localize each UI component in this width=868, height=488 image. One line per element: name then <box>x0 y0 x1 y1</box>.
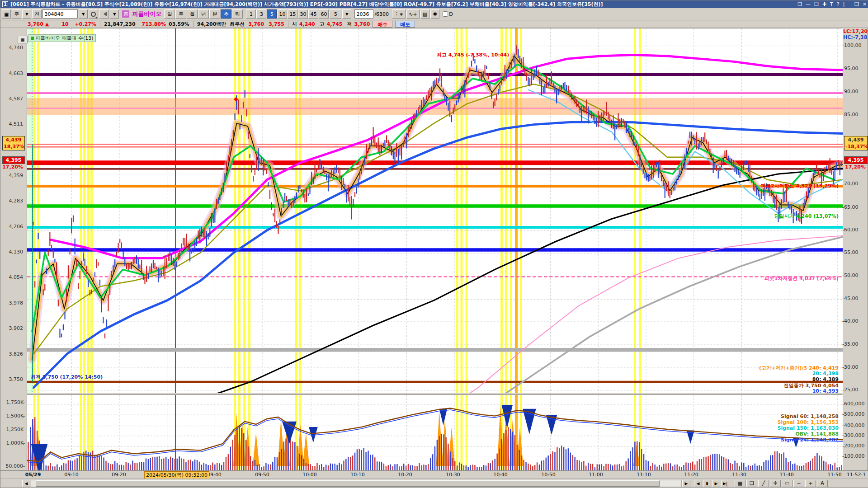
period-button-틱[interactable]: 틱 <box>232 9 243 19</box>
interval-button-30[interactable]: 30 <box>298 9 308 19</box>
d-checkbox-label: D <box>449 11 453 17</box>
duplicate-icon[interactable]: ❒ <box>814 1 819 7</box>
left-axis-label: 3,978 <box>0 300 23 306</box>
step-back-button[interactable]: ◀ <box>694 480 702 487</box>
right-axis-label: -85,00 <box>842 112 858 117</box>
bar-total-label: /6300 <box>374 11 389 17</box>
day-open-annotation: 당일시가 4,240 (13,07%) <box>774 213 839 220</box>
stock-combo-dropdown-icon[interactable]: ▼ <box>22 9 31 19</box>
turnover-pct: 713.80% <box>142 21 166 27</box>
indicator-bullet-icon <box>31 37 34 40</box>
stock-code-input[interactable]: 304840 <box>42 9 78 19</box>
interval-button-60[interactable]: 60 <box>319 9 329 19</box>
period-button-월[interactable]: 월 <box>187 9 198 19</box>
volume-left-axis-label: 1,500K- <box>0 413 25 419</box>
help-icon[interactable]: ? <box>837 1 840 7</box>
time-label: 10:20 <box>398 472 412 478</box>
time-label: 11:00 <box>589 472 603 478</box>
indicator-label[interactable]: 피플바이오 매물대 수(13) <box>28 34 96 42</box>
volume-legend-label: Signal 100: 1,156,353 <box>777 419 839 425</box>
left-axis-label: 3,826 <box>0 351 23 357</box>
speaker-icon <box>101 12 107 16</box>
minimize-icon[interactable]: _ <box>848 1 851 7</box>
chart-scrollbar[interactable] <box>31 480 682 487</box>
high-annotation: 최고 4,745 (-7,38%, 10:44) <box>437 52 509 58</box>
layout-icon[interactable]: ❏ <box>746 480 757 487</box>
tick-count-dropdown-icon[interactable]: ▼ <box>342 9 351 19</box>
scrollbar-thumb[interactable] <box>36 480 660 487</box>
right-axis-label: -95,00 <box>842 66 858 71</box>
search-icon <box>91 12 96 17</box>
market-badge: 증 <box>122 10 129 18</box>
interval-button-15[interactable]: 15 <box>288 9 297 19</box>
right-axis-label: -55,00 <box>842 249 858 255</box>
code-dropdown-icon[interactable]: ▼ <box>79 9 88 19</box>
add-line-tool-button[interactable]: ∿+ <box>406 9 419 19</box>
amount-value: 94,200백만 <box>197 21 226 28</box>
buy-button[interactable]: 매수 <box>373 21 392 28</box>
stock-name: 피플바이오 <box>130 10 163 18</box>
quote-bar: 3,760 ▲ 10 +0.27% 21,847,230 713.80% 03.… <box>0 20 868 28</box>
period-button-분[interactable]: 분 <box>209 9 220 19</box>
stop-button[interactable]: ▮ <box>703 480 711 487</box>
interval-button-10[interactable]: 10 <box>277 9 287 19</box>
low-value: 3,760 <box>354 21 370 27</box>
close-icon[interactable]: ✕ <box>863 1 867 7</box>
font-size-icon[interactable]: A <box>817 480 828 487</box>
screen-copy-button[interactable]: ▣ <box>2 9 11 19</box>
volume-left-axis-label: 1,250K- <box>0 427 25 432</box>
save-icon: ▤ <box>423 11 427 17</box>
go-end-button[interactable]: ▶| <box>721 480 729 487</box>
volume-right-axis-label: -600,000 <box>842 401 864 407</box>
search-button[interactable] <box>89 9 98 19</box>
volume-pane[interactable] <box>27 394 842 470</box>
time-label-first: 05/29 <box>25 472 41 478</box>
d-checkbox[interactable] <box>443 11 448 17</box>
save-button[interactable]: ▤ <box>420 9 429 19</box>
crosshair-icon[interactable]: ✛ <box>770 480 781 487</box>
scroll-right-button[interactable]: ▶ <box>682 480 690 487</box>
time-label: 10:00 <box>302 472 317 478</box>
pin-icon[interactable]: ✚ <box>822 1 826 7</box>
popout-icon[interactable]: ❐ <box>797 1 802 7</box>
period-button-초[interactable]: 초 <box>221 9 231 19</box>
sound-button[interactable] <box>99 9 109 19</box>
sound-dropdown-icon[interactable]: ▼ <box>110 9 119 19</box>
window-title: [0601] 주식종합차트 - 유통비율[80.5] 주식수[21,089(천)… <box>10 1 603 8</box>
text-tool-icon[interactable]: T <box>830 1 833 7</box>
period-button-일[interactable]: 일 <box>164 9 175 19</box>
interval-button-45[interactable]: 45 <box>308 9 318 19</box>
restore-icon[interactable]: ❐ <box>854 1 859 7</box>
interval-button-1[interactable]: 1 <box>246 9 256 19</box>
bar-count-input[interactable]: 2036 <box>354 9 373 19</box>
stock-combo[interactable]: 주 <box>12 9 21 19</box>
time-label: 11:40 <box>779 472 794 478</box>
settings-button[interactable]: ✱ <box>430 9 439 19</box>
left-current-price-box: 4,395 <box>2 156 25 164</box>
interval-button-3[interactable]: 3 <box>256 9 266 19</box>
lc-label: LC:17,20 <box>843 28 868 34</box>
ma-value-label: 20: 4,398 <box>812 371 839 376</box>
ruler-icon[interactable]: ▭ <box>782 480 793 487</box>
tick-count-combo[interactable]: 5 <box>330 9 341 19</box>
period-button-년[interactable]: 년 <box>198 9 209 19</box>
zoom-out-icon[interactable]: − <box>793 480 804 487</box>
main-chart-pane[interactable]: ◆ <box>27 28 842 393</box>
right-axis-label: -40,00 <box>842 318 858 324</box>
add-candle-tool-button[interactable]: ⋮∗ <box>392 9 406 19</box>
volume-profile-toggle-button[interactable]: ▦ <box>18 36 28 43</box>
period-button-주[interactable]: 주 <box>175 9 186 19</box>
scroll-left-button[interactable]: ◀ <box>22 480 30 487</box>
volume-profile-icon[interactable]: ▦ <box>735 480 745 487</box>
sell-button[interactable]: 매도 <box>395 21 415 28</box>
price-change: 10 <box>61 21 68 27</box>
up-arrow-icon: ▲ <box>45 21 49 27</box>
zoom-in-icon[interactable]: + <box>805 480 816 487</box>
high-label: 고 <box>320 21 325 28</box>
step-forward-button[interactable]: ▶ <box>712 480 720 487</box>
prev-stock-button[interactable]: 전 <box>32 9 42 19</box>
minimize-alt-icon[interactable]: — <box>806 1 811 7</box>
trendline-icon[interactable]: ╱ <box>758 480 769 487</box>
time-label: 09:50 <box>255 472 269 478</box>
interval-button-5[interactable]: 5 <box>267 9 277 19</box>
